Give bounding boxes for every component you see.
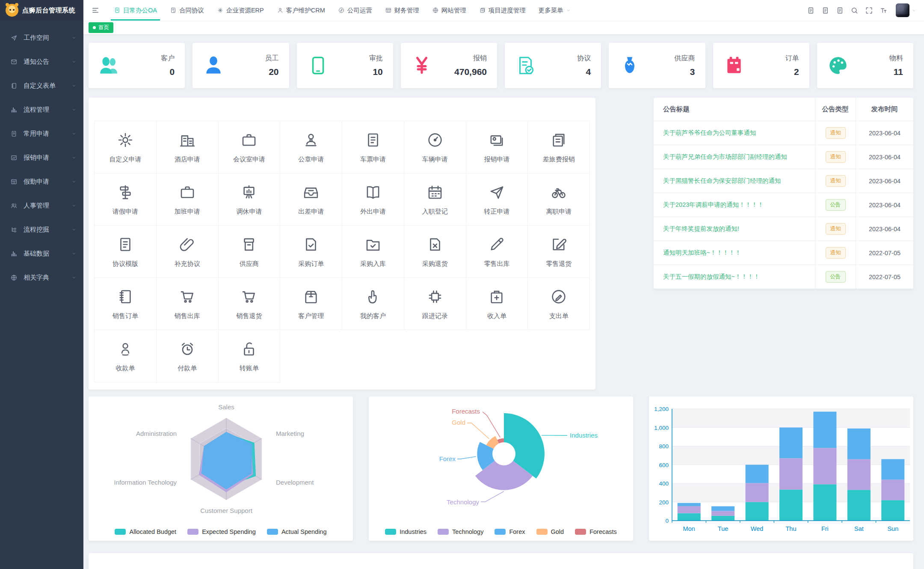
legend-item[interactable]: Gold [536,528,564,535]
quick-app-12[interactable]: 出差申请 [280,173,342,226]
quick-app-35[interactable]: 转账单 [219,330,281,382]
quick-app-5[interactable]: 车票申请 [342,121,404,173]
legend-item[interactable]: Technology [438,528,483,535]
bar-segment[interactable] [881,459,904,480]
quick-app-17[interactable]: 协议模版 [95,226,157,278]
tab-6[interactable]: 财务管理 [379,0,426,21]
sidebar-item-6[interactable]: 报销申请 [0,146,83,170]
quick-app-31[interactable]: 收入单 [466,278,528,330]
file-shortcut-icon-3[interactable] [836,6,844,15]
announcement-row-7[interactable]: 关于五一假期的放假通知~！！！！公告2022-07-05 [654,265,913,289]
sidebar-item-4[interactable]: 流程管理 [0,98,83,122]
bar-segment[interactable] [847,490,871,521]
sidebar-toggle-icon[interactable] [91,6,100,15]
bar-segment[interactable] [813,448,836,484]
quick-app-9[interactable]: 请假申请 [95,173,157,226]
search-icon[interactable] [850,6,859,15]
announcement-row-6[interactable]: 通知明天加班咯~！！！！！通知2022-07-05 [654,241,913,265]
tab-9[interactable]: 更多菜单 [532,0,578,21]
announcement-link[interactable]: 关于葫芦爷爷任命为公司董事通知 [663,129,756,136]
legend-item[interactable]: Forex [495,528,525,535]
quick-app-13[interactable]: 外出申请 [342,173,404,226]
bar-segment[interactable] [779,489,803,521]
quick-app-21[interactable]: 采购入库 [342,226,404,278]
stat-card-7[interactable]: 订单2 [713,43,809,88]
tab-4[interactable]: 客户维护CRM [270,0,332,21]
announcement-link[interactable]: 关于葫芦兄弟任命为市场部部门副经理的通知 [663,153,787,160]
bar-segment[interactable] [746,502,769,521]
bar-segment[interactable] [711,506,734,511]
quick-app-20[interactable]: 采购订单 [280,226,342,278]
legend-item[interactable]: Forecasts [575,528,617,535]
quick-app-30[interactable]: 跟进记录 [404,278,466,330]
stat-card-8[interactable]: 物料11 [817,43,913,88]
quick-app-11[interactable]: 调休申请 [219,173,281,226]
quick-app-7[interactable]: 报销申请 [466,121,528,173]
file-shortcut-icon-2[interactable] [821,6,829,15]
quick-app-16[interactable]: 离职申请 [528,173,590,226]
sidebar-item-9[interactable]: 流程挖掘 [0,217,83,241]
fullscreen-icon[interactable] [865,6,873,15]
font-size-icon[interactable] [880,6,888,15]
bar-segment[interactable] [847,459,871,490]
stat-card-5[interactable]: 协议4 [505,43,601,88]
sidebar-item-1[interactable]: 工作空间 [0,26,83,50]
user-menu[interactable] [896,3,916,17]
announcement-row-4[interactable]: 关于2023年调薪申请的通知！！！！公告2023-06-04 [654,193,913,217]
bar-segment[interactable] [779,458,803,489]
quick-app-29[interactable]: 我的客户 [342,278,404,330]
breadcrumb-tag-home[interactable]: 首页 [89,22,113,33]
bar-segment[interactable] [881,500,904,521]
announcement-link[interactable]: 关于黑猫警长任命为保安部部门经理的通知 [663,177,781,184]
quick-app-6[interactable]: 车辆申请 [404,121,466,173]
quick-app-22[interactable]: 采购退货 [404,226,466,278]
sidebar-item-11[interactable]: 相关字典 [0,265,83,289]
sidebar-item-7[interactable]: 假勤申请 [0,170,83,194]
sidebar-item-5[interactable]: 常用申请 [0,122,83,146]
tab-5[interactable]: 公司运营 [332,0,379,21]
bar-segment[interactable] [711,516,734,521]
user-avatar[interactable] [896,3,909,17]
sidebar-item-8[interactable]: 人事管理 [0,194,83,217]
announcement-row-5[interactable]: 关于年终奖提前发放的通知!通知2023-06-04 [654,217,913,241]
quick-app-15[interactable]: 转正申请 [466,173,528,226]
bar-segment[interactable] [746,465,769,483]
legend-item[interactable]: Actual Spending [267,528,327,535]
file-shortcut-icon-1[interactable] [807,6,815,15]
bar-segment[interactable] [678,503,701,506]
bar-segment[interactable] [746,483,769,502]
bar-segment[interactable] [678,506,701,513]
quick-app-32[interactable]: 支出单 [528,278,590,330]
tab-1[interactable]: 日常办公OA [107,0,163,21]
quick-app-27[interactable]: 销售退货 [219,278,281,330]
tab-8[interactable]: 项目进度管理 [473,0,532,21]
stat-card-3[interactable]: 审批10 [297,43,393,88]
bar-segment[interactable] [881,480,904,500]
stat-card-6[interactable]: 供应商3 [609,43,705,88]
app-logo[interactable]: 点狮后台管理系统 [0,0,83,21]
legend-item[interactable]: Expected Spending [187,528,256,535]
quick-app-1[interactable]: 自定义申请 [95,121,157,173]
announcement-row-2[interactable]: 关于葫芦兄弟任命为市场部部门副经理的通知通知2023-06-04 [654,145,913,169]
sidebar-item-2[interactable]: 通知公告 [0,50,83,74]
announcement-row-3[interactable]: 关于黑猫警长任命为保安部部门经理的通知通知2023-06-04 [654,169,913,193]
quick-app-18[interactable]: 补充协议 [157,226,219,278]
stat-card-4[interactable]: 报销470,960 [401,43,497,88]
stat-card-2[interactable]: 员工20 [192,43,289,88]
bar-segment[interactable] [711,511,734,515]
legend-item[interactable]: Industries [385,528,426,535]
announcement-link[interactable]: 关于五一假期的放假通知~！！！！ [663,273,760,280]
legend-item[interactable]: Allocated Budget [115,528,176,535]
announcement-link[interactable]: 关于年终奖提前发放的通知! [663,225,739,232]
quick-app-10[interactable]: 加班申请 [157,173,219,226]
tab-7[interactable]: 网站管理 [426,0,473,21]
announcement-row-1[interactable]: 关于葫芦爷爷任命为公司董事通知通知2023-06-04 [654,121,913,145]
quick-app-3[interactable]: 会议室申请 [219,121,281,173]
sidebar-item-10[interactable]: 基础数据 [0,241,83,265]
bar-segment[interactable] [678,513,701,521]
tab-3[interactable]: 企业资源ERP [210,0,270,21]
quick-app-8[interactable]: 差旅费报销 [528,121,590,173]
tab-2[interactable]: 合同协议 [163,0,210,21]
quick-app-33[interactable]: 收款单 [95,330,157,382]
quick-app-23[interactable]: 零售出库 [466,226,528,278]
